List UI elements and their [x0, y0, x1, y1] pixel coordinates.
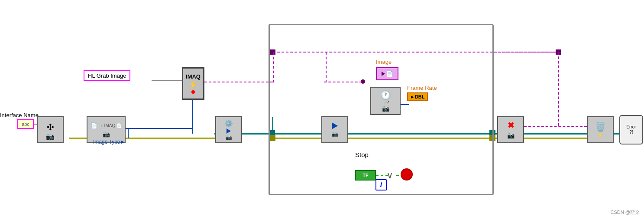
- wire-purple-vert-right: [558, 52, 559, 126]
- grab-play: [332, 122, 338, 129]
- trash-node[interactable]: 🗑️ ⚡: [587, 116, 614, 143]
- wire-purple-close-trash: [524, 126, 587, 127]
- error-node[interactable]: Error?!: [619, 115, 643, 144]
- dbl-box[interactable]: ►DBL: [407, 92, 428, 101]
- image-label: Image: [376, 59, 392, 65]
- abc-input[interactable]: abc: [17, 119, 34, 129]
- wire-purple-left: [204, 82, 273, 82]
- init-node[interactable]: ✣ 📷: [37, 116, 64, 143]
- frame-rate-label: Frame Rate: [407, 85, 437, 91]
- interface-name-label: Interface Name: [0, 112, 39, 118]
- or-gate: ∨: [383, 168, 396, 181]
- image-thumb[interactable]: 📄: [376, 67, 398, 80]
- csdn-watermark: CSDN @斯金: [611, 209, 640, 216]
- close-node[interactable]: ✖ 📷: [497, 116, 524, 143]
- red-dot: [191, 90, 195, 94]
- framerate-camera-icon: 📷: [382, 105, 389, 112]
- imaq-grab-block[interactable]: IMAQ ⚡: [182, 67, 204, 100]
- init-camera-icon: 📷: [46, 132, 55, 141]
- framerate-arrow-icon: →?: [382, 100, 389, 105]
- image-play-icon: [382, 72, 385, 76]
- wire-close-to-trash-yellow: [524, 138, 587, 139]
- image-type-label: Image Type►: [93, 139, 125, 145]
- wire-close-to-trash-teal: [524, 133, 587, 135]
- configure-play: [227, 128, 231, 134]
- wire-hl-grab: [152, 80, 183, 81]
- imaq-doc-icon: 📄 → IMAQ 📄: [91, 122, 122, 129]
- imaq-label: IMAQ: [186, 73, 201, 80]
- tf-box[interactable]: TF: [355, 170, 376, 181]
- wire-trash-error: [614, 133, 620, 135]
- close-camera-icon: 📷: [507, 132, 515, 139]
- hl-grab-label: HL Grab Image: [84, 70, 130, 81]
- wire-blue-vert1: [192, 100, 193, 134]
- wire-blue-vert2: [128, 128, 129, 138]
- trash-lightning-icon: ⚡: [597, 132, 604, 138]
- diagram-container: i Interface Name abc ✣ 📷 📄 → IMAQ 📄 📷 HL…: [0, 0, 644, 220]
- stop-button[interactable]: [401, 168, 413, 181]
- stop-label: Stop: [355, 151, 369, 158]
- grab-node[interactable]: 📷: [321, 116, 348, 143]
- image-doc-icon: 📄: [386, 70, 393, 77]
- configure-camera: 📷: [226, 135, 232, 141]
- lightning-icon: ⚡: [188, 80, 198, 89]
- wire-purple-right-ext: [493, 52, 560, 53]
- configure-node[interactable]: ⚙️ 📷: [215, 116, 242, 143]
- framerate-camera-node[interactable]: 🕐 →? 📷: [370, 87, 401, 115]
- init-cursor-icon: ✣: [47, 122, 54, 132]
- error-label: Error?!: [626, 125, 636, 135]
- imaq-create-camera: 📷: [103, 131, 110, 138]
- trash-icon: 🗑️: [595, 121, 606, 132]
- grab-camera: 📷: [332, 131, 338, 137]
- configure-icon: ⚙️: [224, 119, 233, 128]
- svg-text:∨: ∨: [386, 170, 393, 181]
- x-mark-icon: ✖: [508, 121, 514, 130]
- abc-text: abc: [22, 121, 29, 127]
- framerate-clock-icon: 🕐: [380, 90, 391, 100]
